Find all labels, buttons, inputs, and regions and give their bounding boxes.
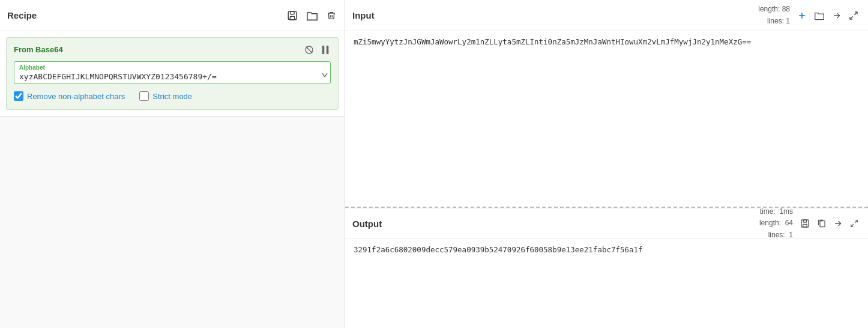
chevron-down-icon [322, 73, 328, 77]
checkboxes-row: Remove non-alphabet chars Strict mode [14, 91, 331, 101]
operation-controls [303, 44, 331, 55]
svg-line-9 [854, 12, 857, 15]
input-text: mZi5mwyYytzJnJGWmJaWowrLy2m1nZLLyta5mZLI… [354, 37, 751, 46]
input-title: Input [352, 10, 375, 20]
trash-icon [327, 10, 336, 21]
output-forward-button[interactable] [831, 217, 845, 229]
svg-rect-13 [803, 224, 807, 227]
operation-block: From Base64 Alphabet [6, 37, 339, 110]
operation-title: From Base64 [14, 45, 63, 54]
svg-rect-12 [803, 220, 806, 222]
svg-rect-11 [801, 220, 809, 227]
output-lines-label: lines: [768, 231, 785, 239]
input-meta: length: 88 lines: 1 [758, 4, 861, 26]
alphabet-input[interactable] [19, 72, 325, 81]
strict-mode-checkbox-item[interactable]: Strict mode [139, 91, 192, 101]
recipe-header: Recipe [0, 0, 345, 31]
open-folder-button[interactable] [305, 9, 319, 22]
copy-icon [817, 219, 826, 228]
output-meta: time: 1ms length: 64 lines: 1 [759, 206, 861, 241]
folder-icon [306, 10, 318, 21]
output-section: Output time: 1ms length: 64 lines: 1 [345, 208, 868, 328]
output-time-label: time: [760, 207, 776, 216]
svg-line-10 [850, 16, 853, 19]
output-action-buttons [798, 217, 861, 229]
output-text: 3291f2a6c6802009decc579ea0939b52470926f6… [354, 245, 643, 254]
expand-icon [849, 11, 858, 20]
export-icon [832, 11, 842, 20]
right-panel: Input length: 88 lines: 1 [345, 0, 868, 328]
svg-rect-14 [820, 221, 825, 227]
save-icon [287, 10, 298, 21]
forward-icon [833, 219, 843, 228]
strict-mode-label: Strict mode [152, 92, 192, 101]
alphabet-label: Alphabet [19, 64, 325, 71]
save-output-icon [800, 219, 810, 228]
input-length-label: length: [758, 5, 780, 13]
remove-nonalpha-checkbox-item[interactable]: Remove non-alphabet chars [14, 91, 125, 101]
open-file-icon [814, 11, 825, 20]
svg-line-16 [851, 224, 854, 226]
remove-nonalpha-label: Remove non-alphabet chars [27, 92, 125, 101]
input-content-area: mZi5mwyYytzJnJGWmJaWowrLy2m1nZLLyta5mZLI… [345, 31, 868, 207]
output-lines-value: 1 [789, 231, 793, 239]
input-lines-label: lines: [767, 17, 784, 25]
operation-header: From Base64 [14, 44, 331, 55]
input-expand-button[interactable] [846, 10, 861, 22]
pause-icon [321, 45, 330, 55]
input-lines-value: 1 [786, 17, 790, 25]
alphabet-dropdown-button[interactable] [322, 70, 328, 79]
output-copy-button[interactable] [815, 217, 828, 229]
input-action-buttons [795, 10, 861, 22]
svg-rect-6 [327, 46, 329, 54]
input-export-button[interactable] [830, 10, 844, 22]
input-add-button[interactable] [795, 10, 809, 22]
svg-rect-2 [290, 16, 295, 19]
recipe-title: Recipe [7, 10, 37, 20]
output-length-value: 64 [785, 219, 793, 227]
left-empty-area [0, 116, 345, 328]
svg-line-15 [855, 220, 857, 223]
alphabet-field-container: Alphabet [14, 61, 331, 84]
plus-icon [797, 11, 807, 20]
input-header: Input length: 88 lines: 1 [345, 0, 868, 31]
input-section: Input length: 88 lines: 1 [345, 0, 868, 208]
delete-button[interactable] [325, 9, 337, 22]
svg-line-4 [306, 47, 312, 53]
input-open-button[interactable] [812, 10, 827, 22]
output-expand-button[interactable] [848, 218, 861, 229]
output-time-value: 1ms [779, 207, 793, 216]
left-panel: Recipe [0, 0, 345, 328]
input-stats: length: 88 lines: 1 [758, 4, 790, 26]
output-length-label: length: [759, 219, 781, 227]
output-content-area: 3291f2a6c6802009decc579ea0939b52470926f6… [345, 239, 868, 328]
remove-nonalpha-checkbox[interactable] [14, 91, 23, 101]
expand-output-icon [850, 219, 858, 228]
disable-icon [304, 45, 314, 55]
svg-rect-5 [322, 46, 325, 54]
save-button[interactable] [286, 9, 299, 22]
output-stats: time: 1ms length: 64 lines: 1 [759, 206, 793, 241]
strict-mode-checkbox[interactable] [139, 91, 149, 101]
recipe-toolbar [286, 9, 337, 22]
svg-rect-0 [288, 11, 297, 20]
output-header: Output time: 1ms length: 64 lines: 1 [345, 208, 868, 239]
pause-operation-button[interactable] [320, 44, 331, 55]
output-title: Output [352, 219, 382, 229]
input-length-value: 88 [782, 5, 790, 13]
svg-rect-1 [291, 11, 294, 14]
disable-operation-button[interactable] [303, 44, 315, 55]
output-save-button[interactable] [798, 217, 812, 229]
